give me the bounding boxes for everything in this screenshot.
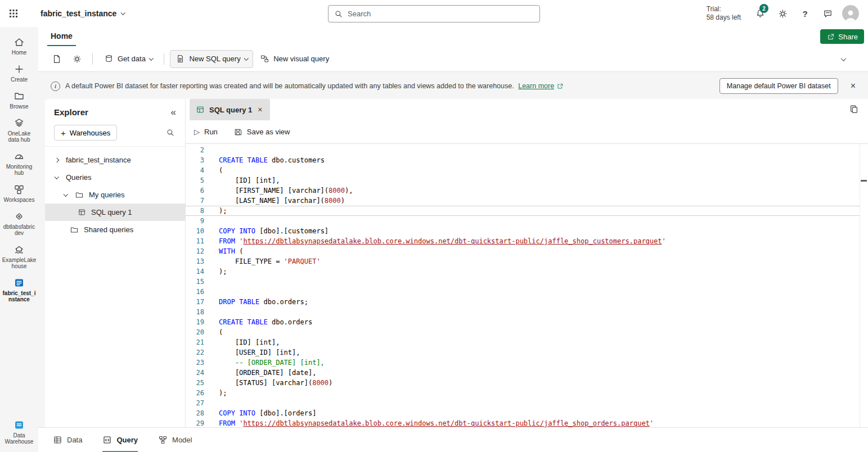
banner-close-icon[interactable]: ×	[846, 79, 860, 93]
code-line[interactable]: 28COPY INTO [dbo].[orders]	[186, 408, 860, 418]
nav-monitoring-hub[interactable]: Monitoring hub	[1, 147, 38, 180]
code-line[interactable]: 20(	[186, 327, 860, 337]
code-text: [USER_ID] [int],	[212, 347, 300, 358]
code-line[interactable]: 23 -- [ORDER_DATE] [int],	[186, 358, 860, 368]
line-number: 18	[186, 307, 212, 317]
save-as-view-button[interactable]: Save as view	[233, 128, 290, 137]
banner-message-text: A default Power BI dataset for faster re…	[65, 82, 514, 90]
search-input[interactable]	[348, 10, 534, 18]
query-settings-button[interactable]	[68, 50, 87, 68]
sql-code-editor[interactable]: 23CREATE TABLE dbo.customers4(5 [ID] [in…	[186, 144, 868, 427]
code-line[interactable]: 6 [FIRST_NAME] [varchar](8000),	[186, 186, 860, 196]
nav-home[interactable]: Home	[1, 33, 38, 60]
code-line[interactable]: 27	[186, 398, 860, 408]
trial-status: Trial: 58 days left	[707, 5, 741, 22]
tree-item-shared-queries[interactable]: Shared queries	[45, 221, 185, 238]
global-search[interactable]	[328, 5, 540, 22]
app-launcher-button[interactable]	[0, 0, 27, 27]
person-icon	[843, 8, 858, 22]
share-button[interactable]: Share	[820, 29, 864, 44]
new-sql-query-button[interactable]: New SQL query	[170, 50, 253, 68]
view-tab-data[interactable]: Data	[53, 428, 82, 452]
code-text	[212, 216, 219, 226]
nav-workspace-dbtlabsfabricdev[interactable]: dbtlabsfabricdev	[1, 207, 38, 240]
code-line[interactable]: 25 [STATUS] [varchar](8000)	[186, 378, 860, 388]
sql-query-icon	[78, 208, 86, 216]
trial-label: Trial:	[707, 5, 741, 13]
notifications-button[interactable]: 2	[749, 0, 771, 27]
plus-icon: +	[61, 129, 66, 137]
code-line[interactable]: 3CREATE TABLE dbo.customers	[186, 155, 860, 165]
nav-item-fabric-test-instance[interactable]: fabric_test_instance	[1, 273, 38, 306]
database-icon	[104, 54, 114, 64]
learn-more-label: Learn more	[518, 82, 554, 90]
code-line[interactable]: 13 FILE_TYPE = 'PARQUET'	[186, 256, 860, 266]
code-text: );	[212, 206, 227, 216]
code-line[interactable]: 10COPY INTO [dbo].[customers]	[186, 226, 860, 236]
view-tab-model[interactable]: Model	[158, 428, 192, 452]
collapse-panel-icon[interactable]: «	[168, 107, 179, 117]
code-line[interactable]: 16	[186, 287, 860, 297]
nav-item-data-warehouse[interactable]: Data Warehouse	[1, 415, 38, 449]
code-line[interactable]: 17DROP TABLE dbo.orders;	[186, 297, 860, 307]
code-text: FILE_TYPE = 'PARQUET'	[212, 256, 321, 266]
code-line[interactable]: 5 [ID] [int],	[186, 175, 860, 186]
code-line[interactable]: 7 [LAST_NAME] [varchar](8000)	[186, 196, 860, 206]
code-line[interactable]: 12WITH (	[186, 246, 860, 256]
learn-more-link[interactable]: Learn more	[518, 82, 564, 90]
left-nav-rail: Home Create Browse OneLake data hub Moni…	[0, 27, 38, 452]
editor-scrollbar[interactable]	[860, 144, 868, 427]
copy-icon	[849, 104, 859, 114]
nav-workspaces[interactable]: Workspaces	[1, 180, 38, 207]
nav-create[interactable]: Create	[1, 60, 38, 87]
nav-onelake-data-hub[interactable]: OneLake data hub	[1, 114, 38, 147]
tree-item-sql-query-1[interactable]: SQL query 1	[45, 204, 185, 221]
workspace-switcher[interactable]: fabric_test_instance	[41, 9, 125, 18]
line-number: 25	[186, 378, 212, 388]
tree-item-warehouse-root[interactable]: fabric_test_instance	[45, 151, 185, 169]
run-button[interactable]: ▷ Run	[194, 128, 218, 136]
help-button[interactable]: ?	[794, 0, 816, 27]
onelake-icon	[14, 117, 25, 129]
code-text: WITH (	[212, 246, 243, 256]
get-data-button[interactable]: Get data	[98, 50, 158, 68]
nav-browse[interactable]: Browse	[1, 87, 38, 114]
manage-default-dataset-button[interactable]: Manage default Power BI dataset	[719, 78, 838, 94]
code-line[interactable]: 2	[186, 145, 860, 155]
explorer-title: Explorer	[54, 107, 88, 117]
tree-item-my-queries[interactable]: My queries	[45, 186, 185, 204]
tab-home[interactable]: Home	[47, 27, 76, 46]
code-line[interactable]: 22 [USER_ID] [int],	[186, 347, 860, 358]
feedback-button[interactable]	[816, 0, 839, 27]
code-line[interactable]: 11FROM 'https://dbtlabsynapsedatalake.bl…	[186, 236, 860, 246]
code-line[interactable]: 18	[186, 307, 860, 317]
tab-sql-query-1[interactable]: SQL query 1 ×	[190, 99, 270, 120]
code-line[interactable]: 29FROM 'https://dbtlabsynapsedatalake.bl…	[186, 418, 860, 427]
copy-button[interactable]	[849, 104, 859, 114]
code-line[interactable]: 19CREATE TABLE dbo.orders	[186, 317, 860, 327]
code-line[interactable]: 15	[186, 277, 860, 287]
code-text: -- [ORDER_DATE] [int],	[212, 358, 325, 368]
settings-button[interactable]	[771, 0, 794, 27]
code-line[interactable]: 14);	[186, 266, 860, 277]
code-line[interactable]: 9	[186, 216, 860, 226]
tree-item-queries[interactable]: Queries	[45, 169, 185, 186]
nav-item-examplelakehouse[interactable]: ExampleLakehouse	[1, 240, 38, 273]
new-query-doc-button[interactable]	[47, 50, 66, 68]
account-avatar[interactable]	[842, 5, 859, 22]
code-line[interactable]: 26);	[186, 388, 860, 398]
view-tab-query[interactable]: Query	[102, 428, 138, 452]
new-visual-query-button[interactable]: New visual query	[254, 50, 335, 68]
code-line[interactable]: 21 [ID] [int],	[186, 337, 860, 347]
line-number: 9	[186, 216, 212, 226]
top-right-cluster: Trial: 58 days left 2 ?	[707, 0, 865, 27]
explorer-search-button[interactable]	[161, 126, 179, 139]
code-line[interactable]: 4(	[186, 165, 860, 175]
line-number: 15	[186, 277, 212, 287]
code-line[interactable]: 24 [ORDER_DATE] [date],	[186, 368, 860, 378]
code-line[interactable]: 8);	[186, 206, 860, 216]
chevron-down-icon	[53, 176, 61, 179]
tab-close-icon[interactable]: ×	[257, 105, 263, 114]
add-warehouses-button[interactable]: + Warehouses	[54, 125, 117, 141]
toolbar-overflow-button[interactable]	[838, 51, 849, 66]
